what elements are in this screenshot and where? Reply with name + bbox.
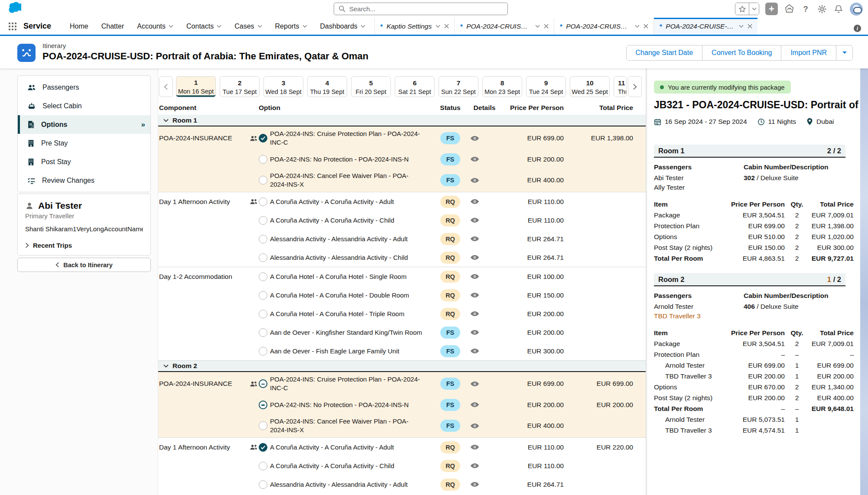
tab-dropdown-icon[interactable] [535, 25, 540, 28]
days-scroll-left-button[interactable] [159, 76, 173, 97]
details-eye-icon[interactable] [470, 156, 499, 162]
nav-item-cases[interactable]: Cases [228, 18, 268, 35]
import-pnr-button[interactable]: Import PNR [781, 45, 836, 60]
nav-item-dashboards[interactable]: Dashboards [314, 18, 372, 35]
option-row[interactable]: POA-2024-INSURANCEPOA-2024-INS: Cruise P… [158, 126, 646, 150]
details-eye-icon[interactable] [470, 348, 499, 354]
option-row[interactable]: Day 1 Afternoon ActivityA Coruña Activit… [158, 438, 646, 456]
option-radio-unchecked[interactable] [259, 197, 267, 206]
option-radio-unchecked[interactable] [259, 235, 267, 243]
sidebar-item-pre-stay[interactable]: Pre Stay [18, 134, 150, 152]
change-start-date-button[interactable]: Change Start Date [627, 45, 702, 60]
option-row[interactable]: POA-2024-INSURANCEPOA-2024-INS: Cruise P… [158, 372, 646, 395]
details-eye-icon[interactable] [470, 482, 499, 487]
workspace-tab[interactable]: *Kaptio Settings [374, 18, 454, 35]
day-tab-7[interactable]: 7Sun 22 Sept [439, 76, 478, 97]
option-row[interactable]: Day 1 Afternoon ActivityA Coruña Activit… [158, 192, 646, 211]
nav-item-home[interactable]: Home [63, 18, 95, 35]
option-radio-checked[interactable] [259, 134, 267, 142]
option-row[interactable]: POA-242-INS: No Protection - POA-2024-IN… [158, 150, 646, 168]
favorites-dropdown-icon[interactable] [749, 3, 759, 15]
option-radio-unchecked[interactable] [259, 272, 267, 281]
details-eye-icon[interactable] [470, 381, 499, 387]
nav-item-contacts[interactable]: Contacts [180, 18, 228, 35]
sidebar-item-select-cabin[interactable]: Select Cabin [18, 97, 150, 115]
app-launcher-icon[interactable] [9, 23, 16, 30]
day-tab-9[interactable]: 9Tue 24 Sept [526, 76, 566, 97]
tab-dropdown-icon[interactable] [635, 25, 640, 28]
details-eye-icon[interactable] [470, 199, 499, 204]
favorites-control[interactable] [735, 3, 759, 15]
sidebar-item-options[interactable]: Options» [18, 115, 150, 134]
help-icon[interactable]: ? [800, 4, 811, 14]
option-row[interactable]: A Coruña Activity - A Coruña Activity - … [158, 211, 646, 230]
option-row[interactable]: Day 1-2 AccommodationA Coruña Hotel - A … [158, 267, 646, 286]
details-eye-icon[interactable] [470, 236, 499, 242]
section-header-room-2[interactable]: Room 2 [158, 360, 646, 372]
trailhead-icon[interactable] [784, 4, 794, 14]
option-radio-unchecked[interactable] [259, 291, 267, 300]
details-eye-icon[interactable] [470, 402, 499, 408]
workspace-tab[interactable]: *POA-2024-CRUISE-USD... [554, 18, 653, 35]
setup-gear-icon[interactable] [817, 4, 827, 14]
option-row[interactable]: POA-2024-INS: Cancel Fee Waiver Plan - P… [158, 168, 646, 192]
option-row[interactable]: Alessandria Activity - Alessandria Activ… [158, 475, 646, 494]
option-row[interactable]: Aan de Oever - Kingfisher Standard King/… [158, 323, 646, 342]
details-eye-icon[interactable] [470, 423, 499, 429]
nav-item-accounts[interactable]: Accounts [130, 18, 180, 35]
day-tab-11[interactable]: 11Thu 26 Sept [614, 76, 627, 97]
option-radio-unchecked[interactable] [259, 216, 267, 225]
day-tab-8[interactable]: 8Mon 23 Sept [482, 76, 522, 97]
day-tab-2[interactable]: 2Tue 17 Sept [220, 76, 260, 97]
notifications-bell-icon[interactable] [833, 4, 844, 14]
day-tab-4[interactable]: 4Thu 19 Sept [307, 76, 347, 97]
tab-dropdown-icon[interactable] [436, 25, 440, 28]
details-eye-icon[interactable] [470, 217, 499, 223]
option-radio-unchecked[interactable] [259, 310, 267, 318]
option-radio-unchecked[interactable] [259, 176, 267, 184]
convert-to-booking-button[interactable]: Convert To Booking [702, 45, 781, 60]
tab-close-icon[interactable] [644, 24, 648, 29]
tab-close-icon[interactable] [748, 24, 752, 29]
day-tab-1[interactable]: 1Mon 16 Sept [176, 76, 216, 97]
option-row[interactable]: A Coruña Hotel - A Coruña Hotel - Triple… [158, 304, 646, 323]
sidebar-item-review-changes[interactable]: Review Changes [18, 171, 150, 190]
option-radio-minus[interactable] [259, 379, 267, 388]
workspace-tab[interactable]: *POA-2024-CRUISE-USD... [653, 18, 757, 35]
chevrons-right-icon[interactable]: » [141, 120, 144, 129]
day-tab-6[interactable]: 6Sat 21 Sept [395, 76, 435, 97]
recent-trips-toggle[interactable]: Recent Trips [25, 242, 143, 249]
details-eye-icon[interactable] [470, 311, 499, 317]
day-tab-10[interactable]: 10Wed 25 Sept [570, 76, 610, 97]
details-eye-icon[interactable] [470, 444, 499, 450]
day-tab-5[interactable]: 5Fri 20 Sept [351, 76, 391, 97]
details-eye-icon[interactable] [470, 463, 499, 469]
search-input[interactable] [349, 5, 503, 13]
details-eye-icon[interactable] [470, 178, 499, 183]
option-row[interactable]: A Coruña Hotel - A Coruña Hotel - Double… [158, 286, 646, 304]
sidebar-item-passengers[interactable]: Passengers [18, 78, 150, 97]
info-icon[interactable]: i [854, 25, 861, 32]
global-search[interactable] [334, 3, 508, 15]
days-scroll-right-button[interactable] [628, 76, 642, 97]
day-tab-3[interactable]: 3Wed 18 Sept [263, 76, 303, 97]
workspace-tab[interactable]: *POA-2024-CRUISE-USD... [454, 18, 554, 35]
option-radio-unchecked[interactable] [259, 480, 267, 489]
nav-item-chatter[interactable]: Chatter [95, 18, 130, 35]
option-row[interactable]: POA-242-INS: No Protection - POA-2024-IN… [158, 395, 646, 414]
option-radio-unchecked[interactable] [259, 328, 267, 337]
details-eye-icon[interactable] [470, 292, 499, 298]
details-eye-icon[interactable] [470, 136, 499, 141]
option-radio-unchecked[interactable] [259, 155, 267, 164]
quick-create-icon[interactable]: + [765, 3, 778, 15]
tab-dropdown-icon[interactable] [739, 25, 744, 28]
user-avatar[interactable] [850, 3, 863, 16]
details-eye-icon[interactable] [470, 330, 499, 335]
option-radio-unchecked[interactable] [259, 462, 267, 470]
section-header-room-1[interactable]: Room 1 [158, 115, 646, 126]
option-radio-checked[interactable] [259, 443, 267, 452]
details-eye-icon[interactable] [470, 274, 499, 279]
tab-close-icon[interactable] [544, 24, 549, 29]
favorites-star-icon[interactable] [735, 3, 749, 15]
option-radio-unchecked[interactable] [259, 347, 267, 356]
